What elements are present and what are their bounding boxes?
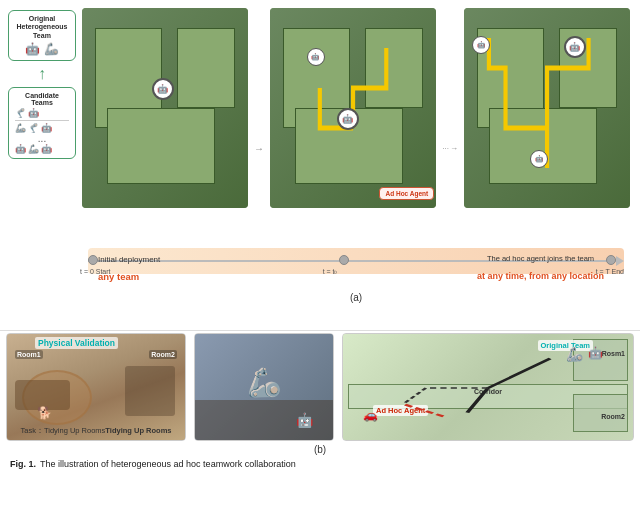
any-team-text: any team [98,271,139,282]
floor-plan-1: 🤖 Executing [82,8,248,208]
section-b-label: (b) [6,444,634,455]
robot-icon-1: 🤖 [25,42,40,56]
candidate-row-1: 🦿 🤖 [15,108,69,118]
floor-plans-row: 🤖 Executing → [78,8,634,208]
dots-middle: ··· [442,144,449,153]
adhoc-join-text: The ad hoc agent joins the team at any t… [477,247,604,283]
fig-label: Fig. 1. [10,458,36,471]
caption-text: The illustration of heterogeneous ad hoc… [40,458,296,471]
diagram-area: 🤖 Executing → [78,8,634,330]
original-team-label: Original Heterogeneous Team [15,15,69,40]
initial-deployment-text: Initial deployment any team [98,248,160,284]
timeline-section: t = 0 Start t = t₀ t = T End Initial dep… [78,234,634,290]
dots-separator: ... [15,133,69,144]
cand-robot-2: 🤖 [28,108,39,118]
map-image: Rosm1 Corridor Room2 🦾 🤖 🚗 [342,333,634,441]
floor-plan-2: 🤖 🤖 Ad Hoc Agent Executing [270,8,436,208]
candidate-teams-box: Candidate Teams 🦿 🤖 🦾 🦿 🤖 ... 🤖 🦾 🤖 [8,87,76,159]
physical-validation-image: 🐕 Physical Validation Room1 Room2 Task：T… [6,333,186,441]
candidate-row-3: 🤖 🦾 🤖 [15,144,69,154]
cand-robot-1: 🦿 [15,108,26,118]
candidate-teams-label: Candidate Teams [15,92,69,106]
original-robots: 🤖 🦾 [15,42,69,56]
task-label: Task：Tidying Up RoomsTidying Up Rooms [21,426,172,436]
robot-photo: 🦾 🤖 [194,333,334,441]
t1-label: t = t₀ [323,268,338,276]
section-a-label: (a) [78,292,634,303]
svg-line-0 [405,405,446,418]
candidate-row-2: 🦾 🦿 🤖 [15,123,69,133]
floor-plan-3: 🤖 🤖 🤖 Executing [464,8,630,208]
cand-robot-6: 🤖 [15,144,26,154]
caption-row: Fig. 1. The illustration of heterogeneou… [6,455,634,474]
adhoc-subtext: at any time, from any location [477,271,604,281]
left-panel: Original Heterogeneous Team 🤖 🦾 ↑ Candid… [6,8,78,330]
cand-robot-7: 🦾 [28,144,39,154]
robot-icon-2: 🦾 [44,42,59,56]
adhoc-agent-bubble: Ad Hoc Agent [379,187,434,200]
original-team-box: Original Heterogeneous Team 🤖 🦾 [8,10,76,61]
cand-robot-4: 🦿 [28,123,39,133]
cand-robot-8: 🤖 [41,144,52,154]
top-section: Original Heterogeneous Team 🤖 🦾 ↑ Candid… [0,0,640,330]
up-arrow-icon: ↑ [38,65,46,83]
cand-robot-5: 🤖 [41,123,52,133]
bottom-section: 🐕 Physical Validation Room1 Room2 Task：T… [0,330,640,485]
main-container: Original Heterogeneous Team 🤖 🦾 ↑ Candid… [0,0,640,520]
bottom-images-row: 🐕 Physical Validation Room1 Room2 Task：T… [6,333,634,443]
arrow-middle: → [450,144,458,153]
physical-validation-label: Physical Validation [35,337,118,349]
room2-label: Room2 [149,350,177,359]
cand-robot-3: 🦾 [15,123,26,133]
room1-label: Room1 [15,350,43,359]
